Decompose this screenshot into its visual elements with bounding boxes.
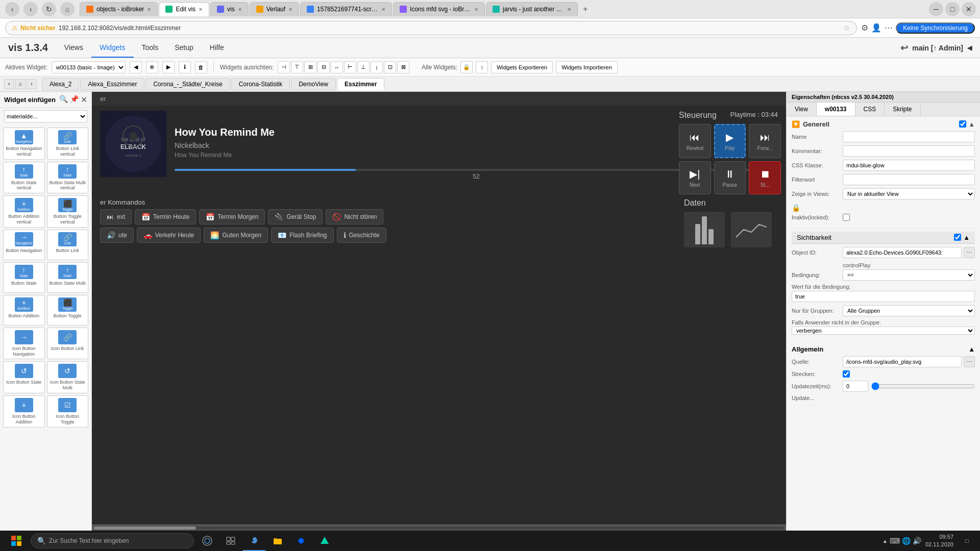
extensions-icon[interactable]: ⚙	[861, 23, 868, 33]
list-item[interactable]: 🔗 Link Button Link	[47, 230, 89, 260]
name-input[interactable]	[843, 131, 975, 142]
tab-screenshot[interactable]: 1578521697741-scree... ✕	[300, 2, 392, 16]
taskbar-notification-button[interactable]: □	[958, 531, 976, 551]
css-klasse-input[interactable]	[843, 160, 975, 171]
widget-next-button[interactable]: ▶	[162, 61, 175, 73]
taskbar-dropbox-icon[interactable]	[290, 531, 312, 551]
undo-button[interactable]: ↩	[900, 42, 908, 54]
widget-info-button[interactable]: ℹ	[179, 61, 191, 73]
close-window-button[interactable]: ✕	[962, 2, 976, 16]
rewind-button[interactable]: ⏮ Rewind	[679, 124, 711, 158]
object-id-browse-button[interactable]: ⋯	[964, 247, 975, 258]
inaktiv-checkbox[interactable]	[843, 214, 850, 221]
export-all-button[interactable]: ↑	[476, 61, 488, 73]
new-tab-button[interactable]: +	[579, 4, 592, 15]
widgets-import-button[interactable]: Widgets Importieren	[556, 61, 617, 73]
tab-close-3[interactable]: ✕	[238, 7, 242, 12]
generell-collapse-icon[interactable]: ▲	[968, 120, 975, 128]
object-id-input[interactable]	[843, 247, 962, 258]
sidebar-close-button[interactable]: ✕	[81, 95, 87, 105]
align-same-size-button[interactable]: ⊠	[397, 61, 409, 73]
quelle-browse-button[interactable]: ⋯	[964, 356, 975, 367]
minimize-button[interactable]: ─	[929, 2, 943, 16]
panel-tab-view[interactable]: View	[787, 103, 817, 116]
taskbar-task-view-icon[interactable]	[219, 531, 242, 551]
zeige-in-select[interactable]: Nur in aktueller View	[843, 188, 975, 199]
tab-close-2[interactable]: ✕	[199, 7, 203, 12]
cmd-guten-morgen-button[interactable]: 🌅 Guten Morgen	[204, 228, 268, 243]
list-item[interactable]: → Icon Button Navigation	[3, 328, 45, 360]
nav-hilfe[interactable]: Hilfe	[202, 38, 232, 58]
play-button[interactable]: ▶ Play	[714, 124, 746, 158]
filterwort-input[interactable]	[843, 174, 975, 185]
list-item[interactable]: + Addition Button Addition vertical	[3, 195, 45, 228]
wert-input[interactable]	[792, 291, 975, 302]
view-tab-corona-staedte[interactable]: Corona_-_Städte/_Kreise	[145, 78, 230, 90]
distribute-h-button[interactable]: ↔	[331, 61, 343, 73]
next-button[interactable]: ▶| Next	[679, 161, 711, 194]
quelle-input[interactable]	[843, 356, 962, 367]
align-top-button[interactable]: ⊤	[291, 61, 303, 73]
cmd-gerat-stop-button[interactable]: 🔌 Gerät Stop	[268, 209, 323, 224]
list-item[interactable]: ☑ Icon Button Toggle	[47, 395, 89, 428]
tab-close-7[interactable]: ✕	[567, 7, 571, 12]
bookmark-icon[interactable]: ☆	[844, 24, 850, 32]
sidebar-search-icon[interactable]: 🔍	[59, 95, 68, 105]
taskbar-cortana-icon[interactable]	[196, 531, 218, 551]
tab-close-4[interactable]: ✕	[288, 7, 292, 12]
widget-type-dropdown[interactable]: materialde...	[4, 110, 87, 122]
list-item[interactable]: 🔗 Icon Button Link	[47, 328, 89, 360]
canvas-scrollbar[interactable]	[92, 524, 786, 531]
align-center-v-button[interactable]: ⊟	[317, 61, 330, 73]
cmd-nicht-storen-button[interactable]: 🚫 Nicht stören	[326, 209, 383, 224]
sync-button[interactable]: Keine Synchronisierung	[896, 22, 975, 34]
tab-close-5[interactable]: ✕	[381, 7, 385, 12]
views-nav-home[interactable]: ⌂	[15, 79, 26, 89]
widget-copy-button[interactable]: ⊕	[146, 61, 158, 73]
menu-icon[interactable]: ⋯	[885, 23, 893, 33]
nav-views[interactable]: Views	[56, 38, 91, 58]
lock-icon[interactable]: 🔒	[792, 204, 800, 212]
tab-jarvis[interactable]: jarvis - just another re... ✕	[486, 2, 578, 16]
list-item[interactable]: + Addition Button Addition	[3, 295, 45, 325]
nav-tools[interactable]: Tools	[134, 38, 167, 58]
taskbar-network-icon[interactable]: 🌐	[902, 537, 911, 545]
updatezeit-input[interactable]	[843, 381, 868, 392]
forward-button[interactable]: ›	[23, 2, 38, 16]
tab-icons-mfd[interactable]: Icons mfd svg - ioBrok... ✕	[393, 2, 485, 16]
widget-prev-button[interactable]: ◀	[130, 61, 142, 73]
home-button[interactable]: ⌂	[60, 2, 75, 16]
cmd-ute-button[interactable]: 🔊 ute	[100, 228, 134, 243]
list-item[interactable]: ↑ State Button State vertical	[3, 162, 45, 194]
align-grid-button[interactable]: ⊡	[384, 61, 396, 73]
align-right-button[interactable]: ⊢	[344, 61, 356, 73]
allgemein-collapse-icon[interactable]: ▲	[968, 345, 975, 353]
nav-setup[interactable]: Setup	[166, 38, 202, 58]
sichtbarkeit-header[interactable]: Sichtbarkeit ▲	[792, 232, 975, 244]
list-item[interactable]: ⬛ Toggle Button Toggle vertical	[47, 195, 89, 228]
list-item[interactable]: 🔗 Link Button Link vertical	[47, 128, 89, 160]
start-button[interactable]	[4, 531, 29, 551]
list-item[interactable]: ↺ Icon Button State Multi	[47, 361, 89, 393]
view-tab-alexa2[interactable]: Alexa_2	[42, 78, 79, 90]
nav-widgets[interactable]: Widgets	[91, 38, 134, 58]
panel-tab-css[interactable]: CSS	[855, 103, 885, 116]
list-item[interactable]: ↑ State Button State Multi	[47, 262, 89, 293]
cmd-flash-briefing-button[interactable]: 📧 Flash Briefing	[271, 228, 333, 243]
list-item[interactable]: → Navigation Button Navigation	[3, 230, 45, 260]
cmd-next-button[interactable]: ⏭ ext	[100, 209, 132, 224]
generell-checkbox[interactable]	[959, 120, 966, 128]
taskbar-explorer-icon[interactable]	[266, 531, 289, 551]
tab-close-6[interactable]: ✕	[474, 7, 478, 12]
taskbar-clock[interactable]: 09:57 02.11.2020	[925, 533, 953, 549]
falls-select[interactable]: verbergen	[792, 327, 975, 335]
list-item[interactable]: ⬛ Toggle Button Toggle	[47, 295, 89, 325]
stop-button[interactable]: ⏹ St...	[749, 161, 781, 194]
pause-button[interactable]: ⏸ Pause	[714, 161, 746, 194]
taskbar-edge-icon[interactable]	[243, 531, 265, 551]
taskbar-volume-icon[interactable]: 🔊	[913, 537, 921, 545]
sichtbarkeit-checkbox[interactable]	[954, 234, 961, 241]
tab-close-1[interactable]: ✕	[147, 7, 151, 12]
view-tab-alexa-esszimmer[interactable]: Alexa_Esszimmer	[80, 78, 144, 90]
cmd-geschichte-button[interactable]: ℹ Geschichte	[337, 228, 386, 243]
